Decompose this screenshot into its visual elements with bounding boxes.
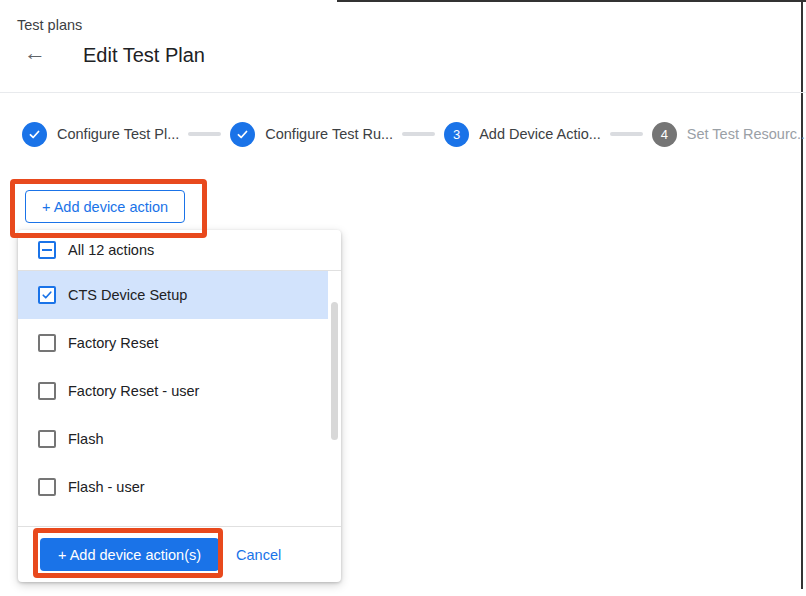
window-right-border: [801, 0, 803, 589]
option-row-cts-device-setup[interactable]: CTS Device Setup: [18, 271, 328, 319]
breadcrumb: Test plans: [17, 17, 82, 33]
step-number-badge: 3: [444, 122, 469, 147]
option-row-flash[interactable]: Flash: [18, 415, 328, 463]
step-completed-check-icon: [22, 122, 47, 147]
header-divider: [0, 92, 806, 93]
confirm-add-device-actions-button[interactable]: + Add device action(s): [40, 538, 219, 571]
stepper-connector: [188, 132, 221, 136]
dropdown-scrollbar-thumb[interactable]: [331, 302, 338, 440]
step-number-badge: 4: [652, 122, 677, 147]
unchecked-checkbox-icon[interactable]: [38, 334, 56, 352]
device-action-dropdown: All 12 actions CTS Device Setup Factory …: [18, 230, 341, 582]
stepper-connector: [402, 132, 435, 136]
back-arrow-icon[interactable]: ←: [24, 41, 46, 65]
page-title: Edit Test Plan: [83, 44, 205, 67]
unchecked-checkbox-icon[interactable]: [38, 430, 56, 448]
window-top-border: [337, 0, 806, 2]
indeterminate-checkbox-icon[interactable]: [38, 241, 56, 259]
unchecked-checkbox-icon[interactable]: [38, 478, 56, 496]
unchecked-checkbox-icon[interactable]: [38, 382, 56, 400]
option-label: Flash - user: [68, 479, 145, 495]
dropdown-spacer: [18, 511, 341, 526]
stepper-step-add-device-actions[interactable]: 3 Add Device Actio...: [444, 122, 601, 147]
step-label: Add Device Actio...: [479, 126, 601, 142]
select-all-actions-row[interactable]: All 12 actions: [18, 230, 341, 270]
stepper-step-configure-test-run[interactable]: Configure Test Ru...: [230, 122, 393, 147]
step-completed-check-icon: [230, 122, 255, 147]
stepper-step-configure-test-plan[interactable]: Configure Test Pl...: [22, 122, 179, 147]
select-all-label: All 12 actions: [68, 242, 154, 258]
option-label: Factory Reset: [68, 335, 158, 351]
step-label: Set Test Resourc...: [687, 126, 806, 142]
option-label: Factory Reset - user: [68, 383, 199, 399]
option-label: CTS Device Setup: [68, 287, 187, 303]
step-label: Configure Test Ru...: [265, 126, 393, 142]
stepper: Configure Test Pl... Configure Test Ru..…: [22, 121, 806, 147]
dropdown-footer: + Add device action(s) Cancel: [18, 527, 341, 582]
option-row-factory-reset[interactable]: Factory Reset: [18, 319, 328, 367]
stepper-connector: [610, 132, 643, 136]
step-label: Configure Test Pl...: [57, 126, 179, 142]
stepper-step-set-test-resources[interactable]: 4 Set Test Resourc...: [652, 122, 806, 147]
checked-checkbox-icon[interactable]: [38, 286, 56, 304]
cancel-link[interactable]: Cancel: [236, 547, 281, 563]
option-label: Flash: [68, 431, 103, 447]
add-device-action-button[interactable]: + Add device action: [25, 190, 185, 223]
option-row-flash-user[interactable]: Flash - user: [18, 463, 328, 511]
option-row-factory-reset-user[interactable]: Factory Reset - user: [18, 367, 328, 415]
